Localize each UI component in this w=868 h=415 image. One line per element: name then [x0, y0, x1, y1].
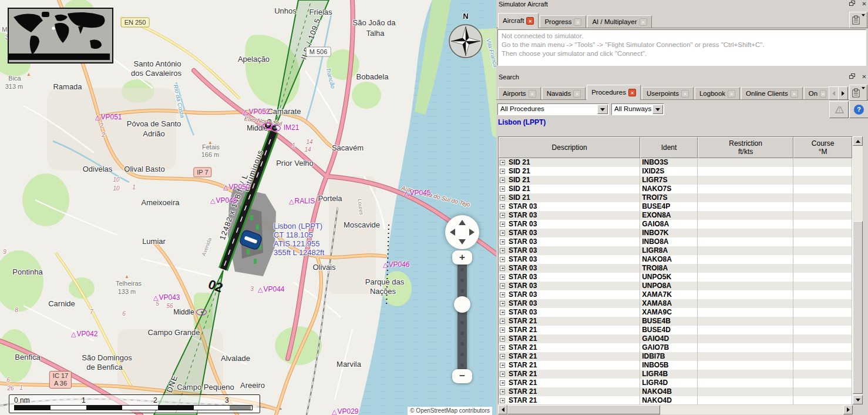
pan-down-icon[interactable] [459, 239, 466, 245]
runway-filter-combobox[interactable]: All Runways [611, 103, 664, 115]
copy-to-clipboard-button[interactable] [849, 85, 867, 101]
table-row[interactable]: +SID 21TROI7S [499, 193, 852, 202]
expand-toggle[interactable]: + [499, 343, 507, 352]
expand-plus-icon[interactable]: + [500, 372, 505, 377]
expand-plus-icon[interactable]: + [500, 301, 505, 306]
expand-plus-icon[interactable]: + [500, 213, 505, 218]
expand-toggle[interactable]: + [499, 334, 507, 343]
expand-plus-icon[interactable]: + [500, 222, 505, 227]
float-window-icon[interactable] [849, 1, 856, 8]
expand-plus-icon[interactable]: + [500, 292, 505, 297]
table-row[interactable]: +SID 21IXID2S [499, 167, 852, 176]
zoom-slider-track[interactable] [457, 260, 467, 374]
column-header-ident[interactable]: Ident [640, 137, 698, 158]
tab-scroll-right-button[interactable] [838, 86, 848, 100]
scroll-up-icon[interactable] [853, 136, 863, 146]
expand-toggle[interactable]: + [499, 326, 507, 334]
table-row[interactable]: +STAR 03NAKO8A [499, 255, 852, 264]
expand-toggle[interactable]: + [499, 202, 507, 211]
zoom-slider-thumb[interactable] [454, 296, 470, 313]
tab-close-icon[interactable]: ✕ [573, 90, 581, 98]
tab-airports[interactable]: Airports✕ [498, 87, 541, 100]
tab-close-icon[interactable]: ✕ [526, 17, 534, 25]
copy-to-clipboard-button[interactable] [849, 12, 867, 28]
expand-plus-icon[interactable]: + [500, 354, 505, 359]
zoom-out-button[interactable]: − [452, 369, 472, 383]
expand-plus-icon[interactable]: + [500, 257, 505, 262]
scroll-down-icon[interactable] [853, 395, 863, 404]
horizontal-scroll-thumb[interactable] [507, 405, 660, 414]
table-row[interactable]: +SID 21NAKO7S [499, 185, 852, 193]
scroll-left-icon[interactable] [498, 405, 507, 414]
table-row[interactable]: +STAR 21BUSE4B [499, 317, 852, 326]
tab-close-icon[interactable]: ✕ [628, 89, 636, 96]
expand-toggle[interactable]: + [499, 396, 507, 405]
table-row[interactable]: +STAR 03UNPO8A [499, 282, 852, 290]
expand-toggle[interactable]: + [499, 255, 507, 264]
expand-toggle[interactable]: + [499, 308, 507, 317]
expand-toggle[interactable]: + [499, 237, 507, 246]
expand-plus-icon[interactable]: + [500, 230, 505, 236]
table-row[interactable]: +STAR 21NAKO4D [499, 396, 852, 405]
tab-close-icon[interactable]: ✕ [574, 18, 581, 26]
expand-toggle[interactable]: + [499, 290, 507, 299]
table-row[interactable]: +STAR 21LIGR4D [499, 379, 852, 387]
expand-toggle[interactable]: + [499, 282, 507, 290]
help-button[interactable]: ? [849, 101, 868, 118]
chevron-down-icon[interactable] [652, 105, 663, 114]
table-row[interactable]: +STAR 03TROI8A [499, 264, 852, 273]
table-vertical-scrollbar[interactable] [853, 136, 863, 404]
map-pan-control[interactable] [445, 215, 479, 249]
expand-toggle[interactable]: + [499, 211, 507, 220]
table-row[interactable]: +SID 21INBO3S [499, 158, 852, 167]
tab-close-icon[interactable]: ✕ [681, 90, 689, 98]
table-row[interactable]: +STAR 21INBO5B [499, 361, 852, 370]
expand-plus-icon[interactable]: + [500, 178, 505, 183]
tab-close-icon[interactable]: ✕ [640, 18, 647, 26]
map-zoom-control[interactable]: + − [450, 250, 475, 383]
pan-up-icon[interactable] [459, 220, 466, 225]
expand-plus-icon[interactable]: + [500, 195, 505, 200]
tab-userpoints[interactable]: Userpoints✕ [642, 87, 694, 100]
pan-left-icon[interactable] [450, 229, 455, 236]
table-row[interactable]: +STAR 03XAMA7K [499, 290, 852, 299]
scroll-right-icon[interactable] [843, 405, 853, 414]
expand-plus-icon[interactable]: + [500, 283, 505, 289]
table-row[interactable]: +STAR 03BUSE4P [499, 202, 852, 211]
column-header-description[interactable]: Description [499, 137, 640, 158]
table-row[interactable]: +STAR 21GAIO4D [499, 334, 852, 343]
zoom-in-button[interactable]: + [452, 250, 472, 265]
expand-toggle[interactable]: + [499, 185, 507, 193]
float-window-icon[interactable] [849, 73, 856, 81]
tab-navaids[interactable]: Navaids✕ [542, 87, 586, 100]
expand-plus-icon[interactable]: + [500, 266, 505, 271]
expand-toggle[interactable]: + [499, 176, 507, 185]
airport-link[interactable]: Lisbon (LPPT) [498, 118, 546, 126]
tab-aircraft[interactable]: Aircraft✕ [498, 13, 539, 28]
table-horizontal-scrollbar[interactable] [498, 405, 853, 414]
tab-scroll-left-button[interactable] [829, 86, 839, 100]
expand-plus-icon[interactable]: + [500, 169, 505, 174]
expand-toggle[interactable]: + [499, 370, 507, 379]
tab-progress[interactable]: Progress✕ [540, 15, 586, 28]
expand-toggle[interactable]: + [499, 229, 507, 237]
expand-toggle[interactable]: + [499, 379, 507, 387]
expand-toggle[interactable]: + [499, 361, 507, 370]
tab-ai-multiplayer[interactable]: AI / Multiplayer✕ [587, 15, 651, 28]
table-row[interactable]: +STAR 03XAMA9C [499, 308, 852, 317]
expand-toggle[interactable]: + [499, 299, 507, 308]
table-row[interactable]: +STAR 03EXON8A [499, 211, 852, 220]
expand-toggle[interactable]: + [499, 317, 507, 326]
expand-plus-icon[interactable]: + [500, 275, 505, 280]
tab-on[interactable]: On✕ [804, 87, 831, 100]
expand-toggle[interactable]: + [499, 193, 507, 202]
tab-close-icon[interactable]: ✕ [820, 90, 826, 98]
tab-logbook[interactable]: Logbook✕ [695, 87, 740, 100]
expand-plus-icon[interactable]: + [500, 389, 505, 394]
tab-close-icon[interactable]: ✕ [790, 90, 798, 98]
expand-plus-icon[interactable]: + [500, 186, 505, 192]
table-row[interactable]: +STAR 03XAMA8A [499, 299, 852, 308]
expand-plus-icon[interactable]: + [500, 327, 505, 333]
column-header-restriction[interactable]: Restrictionft/kts [698, 137, 793, 158]
table-row[interactable]: +STAR 03LIGR8A [499, 246, 852, 255]
